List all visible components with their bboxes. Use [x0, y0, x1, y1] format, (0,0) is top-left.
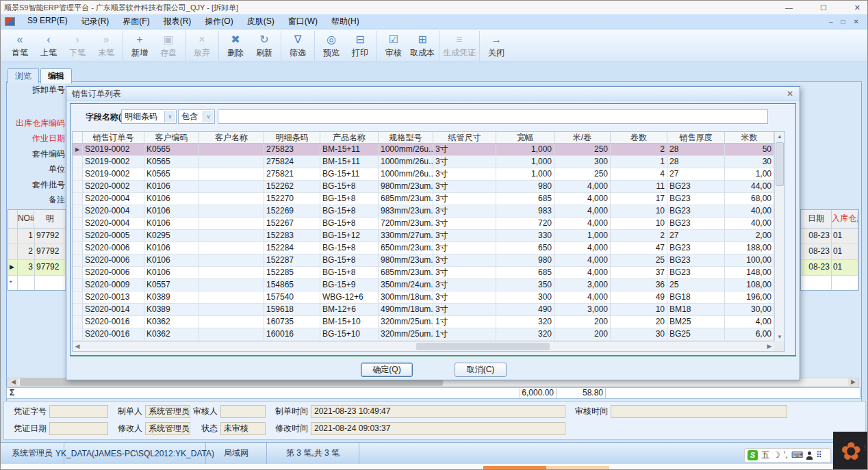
table-row[interactable]: S2020-0004K0106152267BG-15+8720mm/23um..…	[73, 218, 784, 230]
table-row[interactable]: S2020-0002K0106152262BG-15+8980mm/23um..…	[73, 181, 784, 193]
column-header-4[interactable]: 明细条码	[264, 132, 320, 144]
menu-item-3[interactable]: 界面(F)	[116, 16, 156, 27]
table-row[interactable]: S2020-0006K0106152287BG-15+8980mm/23um..…	[73, 254, 784, 267]
mdi-minimize-button[interactable]: –	[829, 18, 833, 25]
sogou-logo-icon[interactable]: S	[748, 450, 758, 460]
menu-item-6[interactable]: 皮肤(S)	[240, 16, 281, 27]
recorder-logo-icon[interactable]: ✿▶	[841, 439, 861, 464]
grid-row[interactable]: *	[8, 276, 66, 291]
grid-row[interactable]: 08-2301	[801, 244, 858, 260]
mdi-close-button[interactable]: ✕	[854, 18, 859, 25]
menu-item-2[interactable]: 记录(R)	[75, 16, 116, 27]
table-hscrollbar[interactable]: ◀ ▶	[73, 341, 774, 351]
menu-item-1[interactable]: S9 ERP(E)	[21, 16, 75, 27]
table-row[interactable]: S2020-0014K0389159618BM-12+6490mm/18um..…	[73, 304, 784, 316]
menu-item-4[interactable]: 报表(R)	[157, 16, 199, 27]
table-row[interactable]: S2019-0002K0565275821BG-15+111000mm/26u.…	[73, 168, 784, 181]
mdi-restore-button[interactable]: □	[841, 18, 845, 25]
toolbar-filter-button[interactable]: ∇筛选	[283, 32, 312, 59]
voucher-no-field[interactable]	[49, 405, 108, 418]
create-time-field[interactable]: 2021-08-23 10:49:47	[311, 405, 565, 418]
grid-row[interactable]	[801, 276, 858, 291]
voucher-date-field[interactable]	[49, 422, 108, 435]
moon-icon[interactable]: ☽	[773, 449, 780, 462]
filter-operator-select[interactable]: 包含 ∨	[178, 109, 215, 124]
scroll-right-icon[interactable]: ▶	[765, 343, 774, 350]
table-row[interactable]: S2019-0002K0565275824BM-15+111000mm/26u.…	[73, 156, 784, 168]
table-row[interactable]: S2020-0016K0362160735BM-15+10320mm/25um.…	[73, 316, 784, 328]
column-header-11[interactable]: 销售厚度	[667, 132, 725, 144]
column-header-2[interactable]: 客户编码	[144, 132, 199, 144]
scroll-right-icon[interactable]: ▶	[848, 378, 858, 386]
dialog-title-bar[interactable]: 销售订单列表 ✕	[66, 87, 800, 101]
menu-item-8[interactable]: 帮助(H)	[324, 16, 366, 27]
grid-row[interactable]: 08-2301	[801, 229, 858, 244]
table-row[interactable]: ▶S2019-0002K0565275823BM-15+111000mm/26u…	[73, 144, 784, 156]
auditor-field[interactable]	[220, 405, 266, 418]
table-row[interactable]: S2020-0006K0106152284BG-15+8650mm/23um..…	[73, 242, 784, 254]
column-header-10[interactable]: 卷数	[611, 132, 667, 144]
grid-row[interactable]: 197792	[8, 229, 66, 244]
filter-value-input[interactable]	[218, 109, 768, 124]
scroll-up-icon[interactable]: ▲	[775, 132, 784, 141]
scroll-left-icon[interactable]: ◀	[73, 343, 82, 350]
column-header-6[interactable]: 规格型号	[379, 132, 433, 144]
toolbar-refresh-button[interactable]: ↻刷新	[250, 32, 279, 59]
toolbar-delete-button[interactable]: ✖删除	[221, 32, 250, 59]
recorder-menu-dots-icon[interactable]: ⋮	[862, 445, 868, 449]
column-header-12[interactable]: 米数	[725, 132, 774, 144]
person-icon[interactable]	[806, 452, 813, 460]
toolbar-close-button[interactable]: →关闭	[482, 32, 511, 59]
toolbar-print-button[interactable]: ⊟打印	[346, 32, 374, 59]
toolbar-prev-record-button[interactable]: ‹上笔	[34, 32, 63, 59]
toolbar-get-cost-button[interactable]: ⊞取成本	[408, 32, 437, 59]
grid-row[interactable]: 297792	[8, 244, 66, 260]
chevron-down-icon[interactable]: ∨	[164, 111, 175, 122]
modify-time-field[interactable]: 2021-08-24 09:03:37	[311, 422, 565, 435]
grid-row[interactable]: 08-2301	[801, 260, 858, 276]
column-header-1[interactable]: 销售订单号	[83, 132, 144, 144]
tab-edit[interactable]: 编辑	[40, 68, 72, 83]
table-row[interactable]: S2020-0004K0106152270BG-15+8685mm/23um..…	[73, 193, 784, 205]
punctuation-icon[interactable]: ’,	[784, 449, 788, 462]
ok-button[interactable]: 确定(Q)	[361, 363, 413, 377]
table-row[interactable]: S2020-0013K0389157540WBG-12+6300mm/18um.…	[73, 291, 784, 304]
column-header-9[interactable]: 米/卷	[554, 132, 611, 144]
table-row[interactable]: S2020-0009K0557154865BG-15+9350mm/24um..…	[73, 279, 784, 291]
menu-item-5[interactable]: 操作(O)	[198, 16, 240, 27]
modifier-field[interactable]: 系统管理员	[145, 422, 190, 435]
toolbox-icon[interactable]: ⠿	[816, 449, 822, 462]
column-header-8[interactable]: 宽幅	[496, 132, 554, 144]
tab-browse[interactable]: 浏览	[8, 68, 39, 83]
vscroll-thumb[interactable]	[776, 142, 784, 186]
window-maximize-button[interactable]: ☐	[820, 3, 827, 12]
audit-time-field[interactable]	[611, 405, 787, 418]
table-row[interactable]: S2020-0005K0295152283BG-15+12330mm/27um.…	[73, 230, 784, 242]
cancel-button[interactable]: 取消(C)	[455, 363, 507, 377]
hscroll-thumb[interactable]	[416, 343, 550, 350]
toolbar-audit-button[interactable]: ☑审核	[379, 32, 408, 59]
window-minimize-button[interactable]: —	[785, 3, 793, 12]
column-header-7[interactable]: 纸管尺寸	[433, 132, 496, 144]
menu-item-7[interactable]: 窗口(W)	[281, 16, 324, 27]
scroll-left-icon[interactable]: ◀	[8, 378, 18, 386]
grid-row[interactable]: ▶397792	[8, 260, 66, 276]
toolbar-preview-button[interactable]: ◎预览	[317, 32, 346, 59]
table-row[interactable]: S2020-0016K0362160016BG-15+10320mm/25um.…	[73, 328, 784, 341]
status-field[interactable]: 未审核	[220, 422, 266, 435]
keyboard-icon[interactable]: ⌨	[791, 449, 803, 462]
ime-mode-icon[interactable]: 五	[761, 449, 769, 462]
window-close-button[interactable]: ✕	[854, 3, 860, 12]
table-row[interactable]: S2020-0006K0106152285BG-15+8685mm/23um..…	[73, 267, 784, 279]
column-header-3[interactable]: 客户名称	[199, 132, 264, 144]
table-row[interactable]: S2020-0004K0106152269BG-15+8983mm/23um..…	[73, 205, 784, 218]
dialog-close-icon[interactable]: ✕	[787, 88, 793, 99]
creator-field[interactable]: 系统管理员	[145, 405, 190, 418]
filter-field-select[interactable]: 明细条码 ∨	[121, 109, 177, 124]
toolbar-add-button[interactable]: +新增	[125, 32, 154, 59]
toolbar-first-record-button[interactable]: «首笔	[5, 32, 34, 59]
column-header-5[interactable]: 产品名称	[320, 132, 379, 144]
scroll-down-icon[interactable]: ▼	[775, 332, 784, 341]
chevron-down-icon[interactable]: ∨	[203, 111, 214, 122]
table-vscrollbar[interactable]: ▲ ▼	[774, 132, 784, 341]
